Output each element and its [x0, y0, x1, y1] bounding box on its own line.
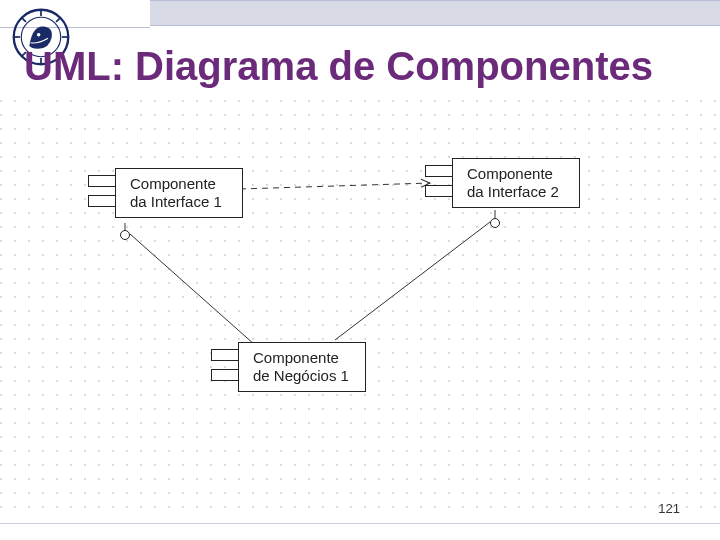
- component-diagram: Componente da Interface 1 Componente da …: [60, 150, 620, 440]
- component-tab-icon: [211, 349, 239, 361]
- svg-point-10: [37, 33, 40, 36]
- svg-line-6: [21, 17, 26, 22]
- component-label: de Negócios 1: [253, 367, 357, 385]
- component-tab-icon: [425, 185, 453, 197]
- svg-line-9: [56, 17, 61, 22]
- svg-line-14: [130, 234, 255, 345]
- component-business-1: Componente de Negócios 1: [238, 342, 366, 392]
- component-interface-1: Componente da Interface 1: [115, 168, 243, 218]
- svg-line-15: [335, 222, 490, 340]
- interface-port-icon: [490, 218, 500, 228]
- interface-port-icon: [120, 230, 130, 240]
- component-label: Componente: [253, 349, 357, 367]
- component-label: Componente: [130, 175, 234, 193]
- component-tab-icon: [211, 369, 239, 381]
- component-tab-icon: [88, 195, 116, 207]
- page-title: UML: Diagrama de Componentes: [24, 44, 653, 89]
- footer-divider: [0, 523, 720, 524]
- component-tab-icon: [425, 165, 453, 177]
- component-label: Componente: [467, 165, 571, 183]
- component-label: da Interface 1: [130, 193, 234, 211]
- page-number: 121: [658, 501, 680, 516]
- svg-line-11: [240, 183, 430, 189]
- component-interface-2: Componente da Interface 2: [452, 158, 580, 208]
- component-label: da Interface 2: [467, 183, 571, 201]
- header-bar: [150, 0, 720, 26]
- component-tab-icon: [88, 175, 116, 187]
